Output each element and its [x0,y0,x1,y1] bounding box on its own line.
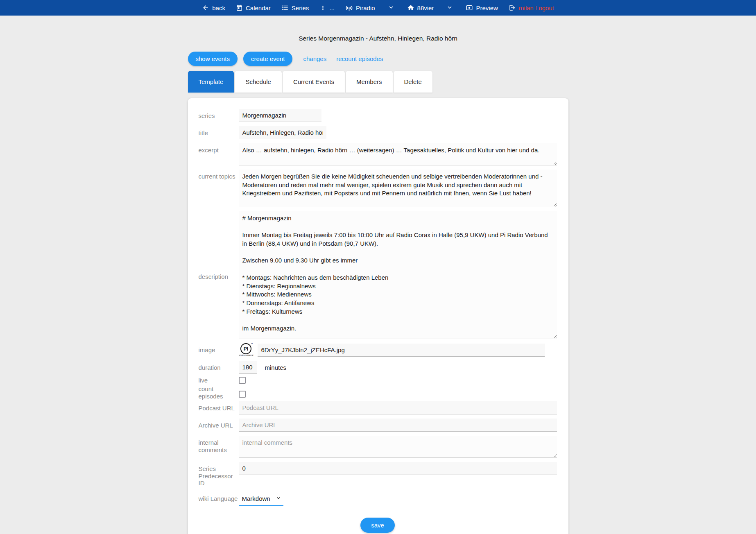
nav-station[interactable]: Piradio [345,4,375,12]
current-topics-label: current topics [199,170,239,207]
tab-bar: Template Schedule Current Events Members… [188,71,568,93]
wiki-language-label: wiki Language [199,492,239,506]
live-label: live [199,376,239,384]
live-checkbox[interactable] [239,377,246,384]
series-logo-text: PI [244,346,248,352]
nav-series-label: Series [292,5,309,11]
series-predecessor-row: Series Predecessor ID [199,462,557,486]
page-title: Series Morgenmagazin - Aufstehn, Hinlege… [0,35,756,42]
nav-preview[interactable]: Preview [466,4,498,11]
excerpt-textarea[interactable]: Also … aufstehn, hinlegen, Radio hörn … … [239,143,557,165]
nav-calendar-label: Calendar [246,5,271,11]
excerpt-row: excerpt Also … aufstehn, hinlegen, Radio… [199,143,557,165]
nav-back[interactable]: back [202,4,225,11]
description-row: description # Morgenmagazin Immer Montag… [199,211,557,339]
nav-channel-label: 88vier [417,5,434,11]
nav-back-label: back [212,5,225,11]
nav-calendar[interactable]: Calendar [236,5,271,11]
internal-comments-label: internal comments [199,436,239,458]
nav-logout-label: milan Logout [519,5,554,11]
show-events-button[interactable]: show events [188,52,238,66]
preview-icon [466,4,473,11]
series-predecessor-input[interactable] [239,462,557,475]
nav-preview-label: Preview [476,5,498,11]
current-topics-textarea[interactable]: Jeden Morgen begrüßen Sie die keine Müdi… [239,170,557,207]
podcast-url-row: Podcast URL [199,401,557,414]
changes-link[interactable]: changes [303,55,326,62]
wiki-language-select[interactable]: Markdown [239,492,283,506]
series-input[interactable] [239,109,321,122]
duration-unit: minutes [265,364,287,371]
station-dropdown-toggle[interactable] [387,4,395,12]
nav-station-label: Piradio [356,5,375,11]
chevron-down-icon [387,4,395,12]
duration-input[interactable] [239,361,257,374]
description-label: description [199,270,239,280]
podcast-url-input[interactable] [239,401,557,414]
internal-comments-textarea[interactable] [239,436,557,458]
current-topics-row: current topics Jeden Morgen begrüßen Sie… [199,170,557,207]
chevron-down-icon [275,495,282,502]
logout-icon [509,4,516,11]
nav-logout[interactable]: milan Logout [509,4,554,11]
series-predecessor-label: Series Predecessor ID [199,462,239,486]
create-event-button[interactable]: create event [243,52,293,66]
wiki-language-value: Markdown [242,495,270,502]
archive-url-input[interactable] [239,419,557,432]
nav-more[interactable]: ... [319,5,335,11]
description-textarea[interactable]: # Morgenmagazin Immer Montag bis Freitag… [239,211,557,339]
tab-current-events[interactable]: Current Events [283,71,345,93]
excerpt-label: excerpt [199,143,239,165]
series-logo-caption: MORGENMAGAZIN [239,355,254,357]
image-row: image PI ° MORGENMAGAZIN [199,343,557,357]
save-button[interactable]: save [360,518,395,533]
nav-channel[interactable]: 88vier [407,4,434,11]
internal-comments-row: internal comments [199,436,557,458]
duration-label: duration [199,361,239,374]
tab-members[interactable]: Members [346,71,393,93]
series-row: series [199,109,557,122]
list-bulleted-icon [281,4,289,11]
nav-more-label: ... [329,5,335,11]
top-navbar: back Calendar Series ... Piradio 88vier [0,0,756,16]
tab-delete[interactable]: Delete [394,71,432,93]
title-label: title [199,126,239,139]
archive-url-label: Archive URL [199,419,239,432]
title-row: title [199,126,557,139]
calendar-icon [236,5,243,11]
image-label: image [199,343,239,357]
count-episodes-checkbox[interactable] [239,391,246,398]
recount-episodes-link[interactable]: recount episodes [336,55,383,62]
count-episodes-row: count episodes [199,385,557,400]
tab-template[interactable]: Template [188,71,234,93]
arrow-left-icon [202,4,209,11]
image-filename-input[interactable] [258,344,545,357]
template-form-card: series title excerpt Also … aufstehn, hi… [188,98,568,534]
home-icon [407,4,414,11]
series-logo-degree: ° [251,342,253,346]
wiki-language-row: wiki Language Markdown [199,492,557,506]
series-logo: PI ° MORGENMAGAZIN [239,343,254,357]
tab-schedule[interactable]: Schedule [235,71,282,93]
duration-row: duration minutes [199,361,557,374]
archive-url-row: Archive URL [199,419,557,432]
podcast-url-label: Podcast URL [199,401,239,414]
dots-vertical-icon [319,5,326,11]
chevron-down-icon [446,4,453,12]
live-row: live [199,376,557,384]
antenna-icon [345,4,353,12]
series-label: series [199,109,239,122]
count-episodes-label: count episodes [199,385,239,400]
title-input[interactable] [239,126,326,139]
series-logo-mark: PI ° [240,343,251,354]
nav-series[interactable]: Series [281,4,309,11]
channel-dropdown-toggle[interactable] [446,4,453,12]
actions-row: show events create event changes recount… [188,52,568,66]
